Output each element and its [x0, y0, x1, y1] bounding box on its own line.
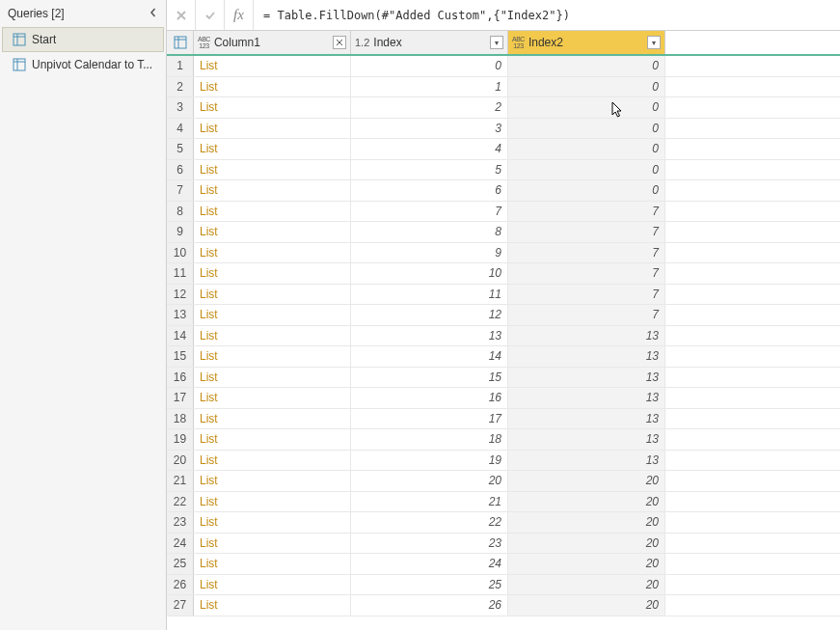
cell-index[interactable]: 8	[351, 222, 508, 242]
cell-index[interactable]: 24	[351, 554, 508, 574]
table-row[interactable]: 3 List 2 0	[167, 97, 840, 119]
row-number[interactable]: 10	[167, 243, 194, 263]
cell-index2[interactable]: 13	[508, 326, 665, 346]
table-row[interactable]: 11 List 10 7	[167, 263, 840, 285]
cell-index[interactable]: 13	[351, 326, 508, 346]
list-link[interactable]: List	[200, 412, 218, 425]
list-link[interactable]: List	[200, 122, 218, 135]
row-number[interactable]: 11	[167, 263, 194, 284]
list-link[interactable]: List	[200, 453, 218, 467]
table-row[interactable]: 23 List 22 20	[167, 512, 840, 534]
cell-index2[interactable]: 13	[508, 451, 665, 471]
list-link[interactable]: List	[200, 495, 218, 508]
cell-index[interactable]: 16	[351, 388, 508, 408]
list-link[interactable]: List	[200, 288, 218, 301]
table-row[interactable]: 8 List 7 7	[167, 202, 840, 223]
cell-index2[interactable]: 13	[508, 388, 665, 408]
cell-index2[interactable]: 20	[508, 575, 665, 595]
cell-column1[interactable]: List	[194, 119, 351, 139]
cell-column1[interactable]: List	[194, 326, 351, 346]
filter-dropdown-icon[interactable]: ▼	[490, 36, 503, 49]
row-number[interactable]: 27	[167, 595, 194, 616]
table-row[interactable]: 10 List 9 7	[167, 243, 840, 264]
cell-column1[interactable]: List	[194, 77, 351, 97]
row-number[interactable]: 9	[167, 222, 194, 242]
list-link[interactable]: List	[200, 183, 218, 197]
cell-index[interactable]: 3	[351, 119, 508, 139]
row-number[interactable]: 21	[167, 471, 194, 491]
row-number[interactable]: 26	[167, 575, 194, 595]
cell-column1[interactable]: List	[194, 471, 351, 491]
list-link[interactable]: List	[200, 329, 218, 342]
table-row[interactable]: 13 List 12 7	[167, 305, 840, 326]
cell-index[interactable]: 2	[351, 97, 508, 118]
cell-index[interactable]: 0	[351, 56, 508, 76]
table-row[interactable]: 6 List 5 0	[167, 160, 840, 181]
cell-column1[interactable]: List	[194, 285, 351, 305]
cell-column1[interactable]: List	[194, 492, 351, 512]
list-link[interactable]: List	[200, 59, 218, 72]
cell-index[interactable]: 1	[351, 77, 508, 97]
cell-column1[interactable]: List	[194, 512, 351, 533]
cell-column1[interactable]: List	[194, 368, 351, 388]
cell-column1[interactable]: List	[194, 56, 351, 76]
cell-index2[interactable]: 7	[508, 263, 665, 284]
list-link[interactable]: List	[200, 578, 218, 591]
cell-index2[interactable]: 13	[508, 346, 665, 367]
cell-index[interactable]: 14	[351, 346, 508, 367]
list-link[interactable]: List	[200, 142, 218, 155]
commit-formula-button[interactable]	[196, 0, 225, 30]
list-link[interactable]: List	[200, 557, 218, 570]
row-number[interactable]: 19	[167, 429, 194, 450]
cell-index[interactable]: 20	[351, 471, 508, 491]
list-link[interactable]: List	[200, 246, 218, 260]
cell-index2[interactable]: 0	[508, 56, 665, 76]
cell-column1[interactable]: List	[194, 243, 351, 263]
table-row[interactable]: 21 List 20 20	[167, 471, 840, 492]
cell-column1[interactable]: List	[194, 575, 351, 595]
column-header-index[interactable]: 1.2 Index ▼	[351, 31, 508, 54]
list-link[interactable]: List	[200, 266, 218, 280]
cell-index2[interactable]: 7	[508, 222, 665, 242]
cell-index[interactable]: 10	[351, 263, 508, 284]
table-row[interactable]: 27 List 26 20	[167, 595, 840, 616]
row-number[interactable]: 15	[167, 346, 194, 367]
cell-index2[interactable]: 7	[508, 202, 665, 222]
cell-index2[interactable]: 20	[508, 492, 665, 512]
cell-index[interactable]: 18	[351, 429, 508, 450]
cell-column1[interactable]: List	[194, 554, 351, 574]
cell-column1[interactable]: List	[194, 222, 351, 242]
list-link[interactable]: List	[200, 536, 218, 550]
row-number[interactable]: 22	[167, 492, 194, 512]
row-number[interactable]: 1	[167, 56, 194, 76]
table-row[interactable]: 12 List 11 7	[167, 285, 840, 306]
list-link[interactable]: List	[200, 163, 218, 177]
table-row[interactable]: 20 List 19 13	[167, 451, 840, 472]
cell-column1[interactable]: List	[194, 409, 351, 429]
table-row[interactable]: 4 List 3 0	[167, 119, 840, 140]
column-header-column1[interactable]: ABC123 Column1	[194, 31, 351, 54]
row-number[interactable]: 5	[167, 139, 194, 159]
table-row[interactable]: 2 List 1 0	[167, 77, 840, 98]
row-number[interactable]: 12	[167, 285, 194, 305]
table-row[interactable]: 18 List 17 13	[167, 409, 840, 430]
cell-index[interactable]: 11	[351, 285, 508, 305]
row-number[interactable]: 25	[167, 554, 194, 574]
cell-index[interactable]: 25	[351, 575, 508, 595]
cell-column1[interactable]: List	[194, 451, 351, 471]
list-link[interactable]: List	[200, 100, 218, 114]
cell-index2[interactable]: 13	[508, 409, 665, 429]
row-number[interactable]: 6	[167, 160, 194, 180]
table-row[interactable]: 25 List 24 20	[167, 554, 840, 575]
cell-index[interactable]: 22	[351, 512, 508, 533]
list-link[interactable]: List	[200, 370, 218, 384]
cell-index[interactable]: 17	[351, 409, 508, 429]
table-row[interactable]: 15 List 14 13	[167, 346, 840, 368]
grid-corner-icon[interactable]	[167, 31, 194, 54]
cell-index2[interactable]: 13	[508, 429, 665, 450]
cell-index2[interactable]: 7	[508, 243, 665, 263]
cell-index2[interactable]: 20	[508, 534, 665, 554]
cell-column1[interactable]: List	[194, 305, 351, 325]
formula-input[interactable]	[254, 0, 840, 30]
cell-index2[interactable]: 7	[508, 305, 665, 325]
